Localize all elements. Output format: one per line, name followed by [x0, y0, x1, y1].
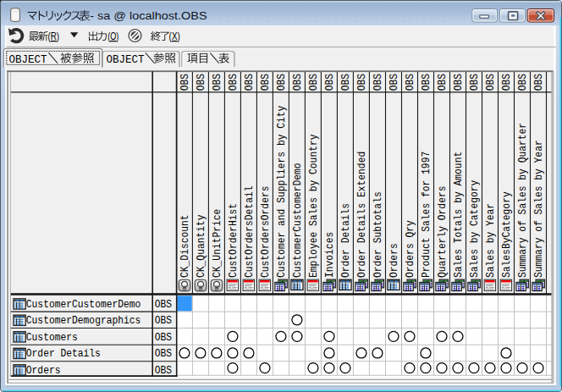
svg-text:OBS: OBS — [308, 74, 320, 91]
svg-text:OBS: OBS — [155, 315, 172, 327]
svg-text:OBS: OBS — [356, 74, 368, 91]
svg-text:CustomerCustomerDemo: CustomerCustomerDemo — [292, 163, 304, 278]
svg-text:OBS: OBS — [292, 74, 304, 91]
svg-text:Order Subtotals: Order Subtotals — [372, 191, 384, 278]
svg-text:OBS: OBS — [155, 348, 172, 360]
svg-text:Customer and Suppliers by City: Customer and Suppliers by City — [276, 106, 288, 278]
svg-text:CK_Quantity: CK_Quantity — [196, 214, 207, 278]
svg-text:Invoices: Invoices — [324, 232, 336, 278]
svg-text:CustOrdersDetail: CustOrdersDetail — [244, 186, 256, 279]
svg-text:OBS: OBS — [485, 74, 497, 91]
svg-text:SalesByCategory: SalesByCategory — [501, 191, 513, 278]
svg-text:Summary of Sales by Year: Summary of Sales by Year — [533, 140, 545, 278]
svg-text:(R): (R) — [48, 30, 60, 42]
svg-text:OBS: OBS — [276, 74, 288, 91]
svg-text:Customers: Customers — [26, 332, 78, 344]
svg-text:OBS: OBS — [388, 74, 400, 91]
svg-text:(O): (O) — [107, 30, 118, 42]
svg-text:CK_Discount: CK_Discount — [179, 214, 191, 278]
svg-text:OBS: OBS — [324, 74, 336, 91]
svg-text:OBS: OBS — [155, 365, 172, 377]
svg-text:Sales Totals by Amount: Sales Totals by Amount — [453, 152, 465, 278]
svg-text:OBS: OBS — [421, 74, 433, 91]
svg-text:OBS: OBS — [437, 74, 449, 91]
svg-text:Orders Qry: Orders Qry — [405, 220, 416, 278]
svg-text:OBS: OBS — [405, 74, 416, 91]
svg-text:OBJECT: OBJECT — [106, 54, 144, 66]
svg-text:OBJECT: OBJECT — [9, 54, 47, 66]
svg-text:OBS: OBS — [228, 74, 240, 91]
svg-text:Quarterly Orders: Quarterly Orders — [437, 186, 449, 279]
svg-text:Summary of Sales by Quarter: Summary of Sales by Quarter — [517, 123, 529, 278]
svg-text:OBS: OBS — [340, 74, 352, 91]
svg-text:CustomerCustomerDemo: CustomerCustomerDemo — [26, 299, 141, 311]
svg-text:(X): (X) — [169, 30, 180, 42]
svg-text:OBS: OBS — [196, 74, 207, 91]
svg-text:Order Details Extended: Order Details Extended — [356, 152, 368, 278]
svg-text:Product Sales for 1997: Product Sales for 1997 — [421, 152, 433, 278]
svg-text:OBS: OBS — [372, 74, 384, 91]
svg-text:- sa @ localhost.OBS: - sa @ localhost.OBS — [90, 10, 207, 22]
svg-text:OBS: OBS — [469, 74, 481, 91]
svg-text:Sales by Category: Sales by Category — [469, 180, 481, 278]
svg-text:Order Details: Order Details — [340, 203, 352, 278]
svg-text:OBS: OBS — [501, 74, 513, 91]
svg-text:OBS: OBS — [517, 74, 529, 91]
svg-text:CustomerDemographics: CustomerDemographics — [26, 315, 141, 327]
svg-text:Sales by Year: Sales by Year — [485, 203, 497, 278]
svg-text:CustOrderHist: CustOrderHist — [228, 203, 240, 278]
svg-text:OBS: OBS — [533, 74, 545, 91]
svg-text:OBS: OBS — [155, 332, 172, 344]
svg-text:Orders: Orders — [26, 365, 61, 377]
svg-text:Orders: Orders — [388, 243, 400, 278]
svg-text:Employee Sales by Country: Employee Sales by Country — [308, 135, 320, 279]
svg-text:CK_UnitPrice: CK_UnitPrice — [212, 209, 223, 278]
svg-text:OBS: OBS — [155, 299, 172, 311]
svg-text:Order Details: Order Details — [26, 348, 101, 360]
svg-text:OBS: OBS — [212, 74, 223, 91]
svg-text:CustOrdersOrders: CustOrdersOrders — [260, 186, 272, 279]
svg-text:OBS: OBS — [179, 74, 191, 91]
svg-text:OBS: OBS — [260, 74, 272, 91]
svg-text:OBS: OBS — [453, 74, 465, 91]
svg-text:OBS: OBS — [244, 74, 256, 91]
